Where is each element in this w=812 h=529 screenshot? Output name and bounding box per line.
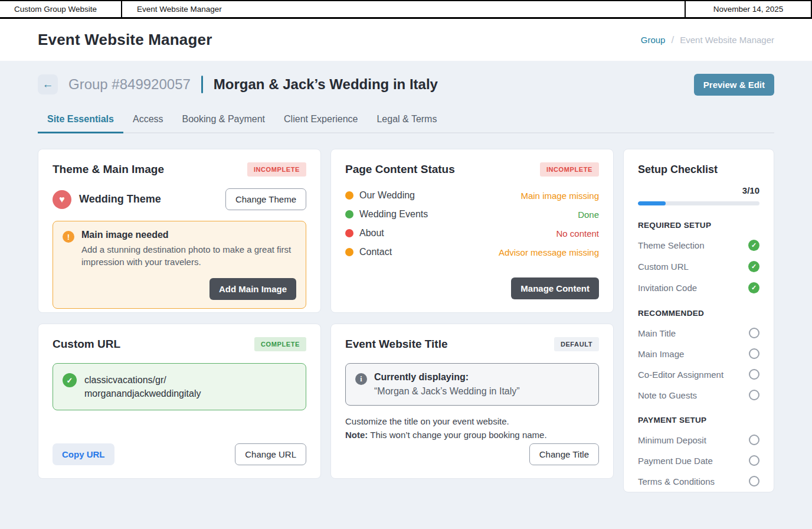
manage-content-button[interactable]: Manage Content: [511, 277, 599, 299]
empty-circle-icon: [749, 348, 759, 359]
status-dot-icon: [345, 229, 353, 237]
topbar-date: November 14, 2025: [685, 1, 812, 17]
group-number: Group #849920057: [68, 76, 191, 93]
status-row-about: About No content: [345, 224, 599, 243]
checklist-item-main-image: Main Image: [638, 348, 759, 359]
url-display-box: ✓ classicvacations/gr/ morganandjackwedd…: [53, 363, 306, 410]
tab-bar: Site Essentials Access Booking & Payment…: [38, 109, 774, 133]
event-website-title-card: Event Website Title DEFAULT i Currently …: [330, 324, 614, 479]
change-title-button[interactable]: Change Title: [529, 443, 599, 465]
title-divider: [201, 76, 203, 93]
empty-circle-icon: [749, 476, 759, 486]
checklist-item-co-editor: Co-Editor Assignment: [638, 369, 759, 380]
breadcrumb-current: Event Website Manager: [680, 35, 774, 45]
current-title-value: “Morgan & Jack’s Wedding in Italy”: [374, 386, 520, 397]
checklist-item-invitation-code: Invitation Code ✓: [638, 282, 759, 293]
breadcrumb-separator: /: [671, 34, 674, 46]
info-title: Currently displaying:: [374, 372, 520, 383]
progress-fill: [638, 201, 666, 205]
change-url-button[interactable]: Change URL: [235, 443, 306, 465]
breadcrumb-group-link[interactable]: Group: [641, 35, 666, 45]
empty-circle-icon: [749, 455, 759, 466]
checklist-item-main-title: Main Title: [638, 328, 759, 338]
status-row-wedding-events: Wedding Events Done: [345, 205, 599, 224]
progress-bar: [638, 201, 759, 205]
info-icon: i: [355, 373, 367, 385]
status-dot-icon: [345, 248, 353, 256]
check-circle-icon: ✓: [748, 282, 759, 293]
section-heading-recommended: RECOMMENDED: [638, 309, 759, 318]
status-badge: DEFAULT: [554, 337, 599, 351]
heart-icon: ♥: [53, 190, 71, 209]
status-list: Our Wedding Main image missing Wedding E…: [345, 186, 599, 262]
warning-body: Add a stunning destination photo to make…: [81, 243, 296, 269]
status-badge: INCOMPLETE: [247, 162, 306, 177]
topbar-tab-event-website-manager[interactable]: Event Website Manager: [122, 1, 685, 17]
checklist-item-payment-due-date: Payment Due Date: [638, 455, 759, 466]
topbar-tab-label: Event Website Manager: [137, 5, 222, 14]
custom-url-card: Custom URL COMPLETE ✓ classicvacations/g…: [38, 324, 321, 479]
card-title: Page Content Status: [345, 163, 455, 176]
status-badge: COMPLETE: [254, 337, 306, 351]
page-title: Event Website Manager: [38, 31, 212, 49]
tab-booking-payment[interactable]: Booking & Payment: [173, 109, 275, 132]
content-area: ← Group #849920057 Morgan & Jack’s Weddi…: [0, 61, 812, 492]
empty-circle-icon: [749, 435, 759, 445]
status-row-contact: Contact Advisor message missing: [345, 243, 599, 262]
card-title: Custom URL: [53, 338, 120, 351]
checklist-item-theme-selection: Theme Selection ✓: [638, 240, 759, 251]
tab-client-experience[interactable]: Client Experience: [274, 109, 367, 132]
check-circle-icon: ✓: [748, 240, 759, 251]
section-heading-required: REQUIRED SETUP: [638, 221, 759, 230]
theme-main-image-card: Theme & Main Image INCOMPLETE ♥ Wedding …: [38, 149, 321, 313]
checklist-item-terms-conditions: Terms & Conditions: [638, 476, 759, 486]
checklist-score: 3/10: [638, 185, 759, 195]
title-description: Customize the title on your event websit…: [345, 415, 599, 442]
custom-url-value: classicvacations/gr/ morganandjackweddin…: [84, 373, 201, 400]
section-heading-payment: PAYMENT SETUP: [638, 416, 759, 424]
theme-row: ♥ Wedding Theme Change Theme: [53, 188, 306, 210]
preview-edit-button[interactable]: Preview & Edit: [694, 74, 774, 96]
empty-circle-icon: [749, 369, 759, 380]
checklist-item-custom-url: Custom URL ✓: [638, 261, 759, 272]
top-bar: Custom Group Website Event Website Manag…: [0, 0, 812, 19]
middle-column: Page Content Status INCOMPLETE Our Weddi…: [330, 149, 614, 479]
empty-circle-icon: [749, 328, 759, 338]
tab-access[interactable]: Access: [123, 109, 173, 132]
warning-icon: !: [63, 231, 74, 243]
card-title: Event Website Title: [345, 338, 448, 351]
checklist-item-minimum-deposit: Minimum Deposit: [638, 435, 759, 445]
card-grid: Theme & Main Image INCOMPLETE ♥ Wedding …: [38, 149, 774, 492]
date-label: November 14, 2025: [713, 5, 784, 14]
empty-circle-icon: [749, 390, 759, 400]
copy-url-button[interactable]: Copy URL: [53, 443, 114, 465]
theme-name: Wedding Theme: [79, 193, 161, 205]
event-title: Morgan & Jack’s Wedding in Italy: [214, 76, 438, 93]
left-column: Theme & Main Image INCOMPLETE ♥ Wedding …: [38, 149, 321, 479]
status-dot-icon: [345, 191, 353, 200]
main-image-warning: ! Main image needed Add a stunning desti…: [53, 221, 306, 309]
check-icon: ✓: [63, 373, 77, 387]
current-title-box: i Currently displaying: “Morgan & Jack’s…: [345, 363, 599, 406]
add-main-image-button[interactable]: Add Main Image: [209, 278, 296, 300]
page-header: Event Website Manager Group / Event Webs…: [0, 19, 812, 61]
tab-site-essentials[interactable]: Site Essentials: [38, 109, 123, 133]
checklist-item-note-to-guests: Note to Guests: [638, 390, 759, 400]
checklist-title: Setup Checklist: [638, 164, 759, 176]
back-arrow-icon: ←: [42, 78, 54, 91]
tab-legal-terms[interactable]: Legal & Terms: [367, 109, 446, 132]
setup-checklist: Setup Checklist 3/10 REQUIRED SETUP Them…: [623, 149, 774, 492]
breadcrumb: Group / Event Website Manager: [641, 34, 774, 46]
warning-title: Main image needed: [81, 230, 296, 240]
back-button[interactable]: ←: [38, 74, 58, 94]
check-circle-icon: ✓: [748, 261, 759, 272]
group-header: ← Group #849920057 Morgan & Jack’s Weddi…: [38, 73, 774, 96]
status-row-our-wedding: Our Wedding Main image missing: [345, 186, 599, 205]
page-content-status-card: Page Content Status INCOMPLETE Our Weddi…: [330, 149, 614, 313]
status-badge: INCOMPLETE: [540, 162, 599, 177]
status-dot-icon: [345, 210, 353, 218]
card-title: Theme & Main Image: [53, 163, 164, 176]
topbar-tab-custom-group-website[interactable]: Custom Group Website: [0, 1, 122, 17]
change-theme-button[interactable]: Change Theme: [225, 188, 306, 210]
topbar-tab-label: Custom Group Website: [14, 5, 97, 14]
